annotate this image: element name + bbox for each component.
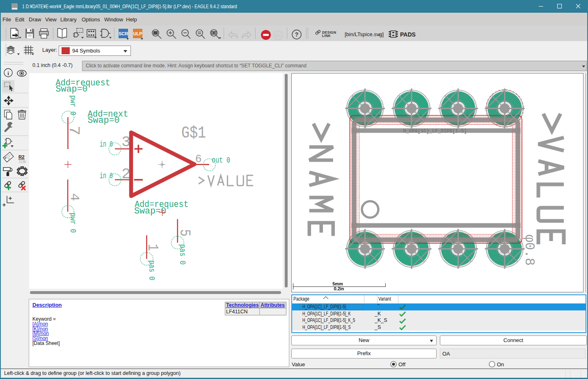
svg-text:out 0: out 0 [212, 156, 230, 165]
svg-text:5mm: 5mm [332, 281, 343, 286]
svg-text:pas 0: pas 0 [147, 260, 156, 280]
svg-text:in 0: in 0 [100, 171, 113, 181]
svg-text:Swap=0: Swap=0 [56, 84, 88, 94]
svg-text:5: 5 [176, 229, 193, 237]
svg-text:pwr 0: pwr 0 [68, 95, 78, 115]
svg-text:G$1: G$1 [181, 124, 206, 142]
svg-text:0.2in: 0.2in [334, 286, 344, 291]
svg-text:H_OPA[1C]_LF_DIP8[1-5]: H_OPA[1C]_LF_DIP8[1-5] [403, 128, 467, 134]
svg-text:?: ? [295, 31, 299, 38]
svg-text:Swap=0: Swap=0 [134, 206, 166, 216]
svg-text:4: 4 [67, 193, 81, 201]
svg-text:GO: GO [275, 34, 281, 38]
svg-text:φ0.8: φ0.8 [522, 234, 537, 266]
svg-text:PADS: PADS [400, 31, 416, 38]
svg-text:ULP: ULP [133, 31, 142, 36]
svg-text:LINK: LINK [322, 34, 331, 38]
svg-text:in 0: in 0 [100, 140, 113, 149]
svg-text:10k: 10k [18, 159, 26, 164]
svg-text:[bin/LTspice.svg]: [bin/LTspice.svg] [345, 31, 384, 37]
svg-text:i: i [7, 70, 9, 76]
svg-text:Swap=0: Swap=0 [88, 115, 120, 126]
svg-text:SCR: SCR [119, 31, 128, 36]
